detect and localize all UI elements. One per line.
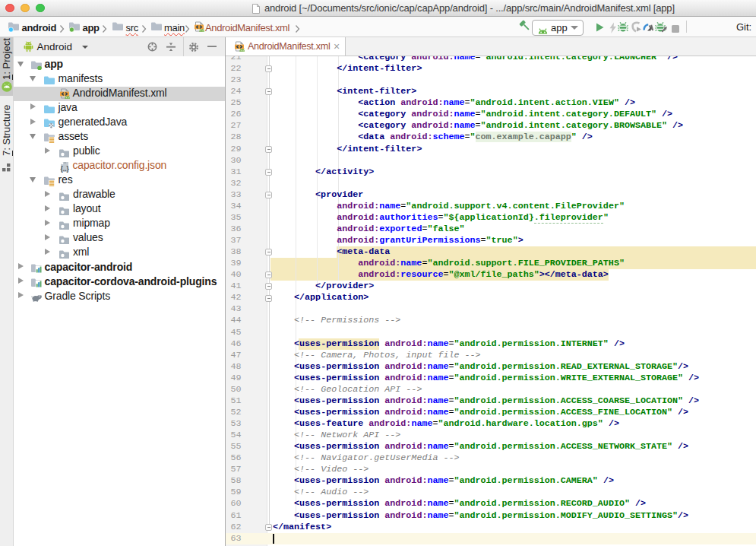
svg-text:{..}: {..} bbox=[60, 164, 69, 172]
